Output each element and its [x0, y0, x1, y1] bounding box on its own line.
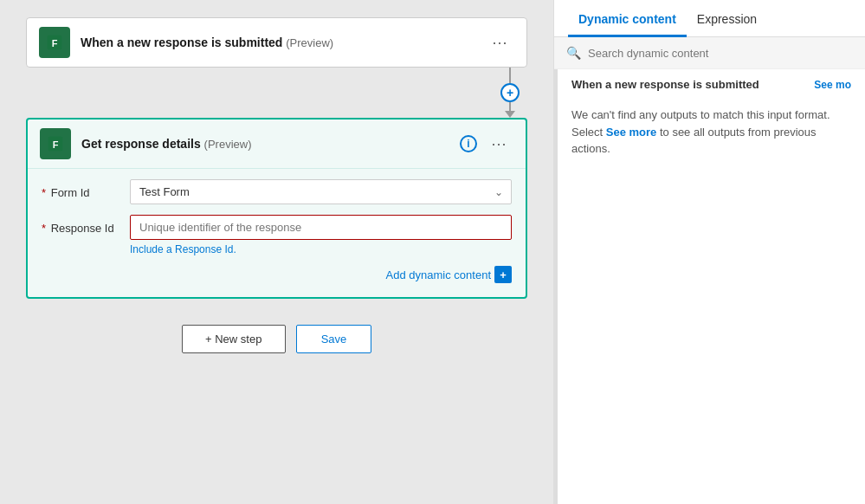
panel-empty-message: We can't find any outputs to match this …	[558, 96, 865, 168]
section-title-text: When a new response is submitted	[571, 78, 759, 91]
svg-text:F: F	[52, 38, 58, 48]
add-dynamic-row: Add dynamic content +	[42, 266, 512, 283]
tab-dynamic-content[interactable]: Dynamic content	[568, 0, 687, 37]
add-dynamic-button[interactable]: Add dynamic content +	[386, 266, 512, 283]
see-more-link[interactable]: See mo	[814, 79, 851, 91]
trigger-title-text: When a new response is submitted	[81, 36, 282, 49]
response-id-required: *	[42, 222, 46, 235]
new-step-label: + New step	[205, 333, 261, 346]
tab-dynamic-label: Dynamic content	[578, 12, 676, 26]
form-id-input-wrap: Test Form ⌄	[130, 179, 512, 204]
svg-text:F: F	[53, 139, 59, 150]
action-form-icon: F	[40, 128, 71, 159]
form-id-select[interactable]: Test Form	[130, 179, 512, 204]
action-card: F Get response details (Preview) i ⋯ *	[26, 118, 527, 299]
forms-icon-svg: F	[45, 33, 64, 52]
connector-plus-button[interactable]: +	[500, 83, 520, 102]
add-dynamic-label: Add dynamic content	[386, 268, 491, 281]
see-more-inline-link[interactable]: See more	[606, 126, 657, 139]
tab-expression-label: Expression	[697, 12, 757, 26]
action-card-menu[interactable]: ⋯	[486, 132, 513, 155]
form-id-label-text: Form Id	[51, 186, 90, 199]
panel-content: When a new response is submitted See mo …	[558, 69, 865, 504]
action-card-title: Get response details (Preview)	[81, 137, 449, 151]
main-area: F When a new response is submitted (Prev…	[0, 0, 553, 504]
add-dynamic-icon: +	[494, 266, 512, 283]
trigger-card-title: When a new response is submitted (Previe…	[81, 36, 476, 49]
connector-line-top	[509, 68, 511, 83]
panel-search-bar: 🔍	[554, 37, 865, 69]
new-step-button[interactable]: + New step	[182, 325, 286, 353]
info-icon[interactable]: i	[460, 135, 477, 152]
panel-section: When a new response is submitted See mo …	[554, 69, 865, 504]
connector-arrow	[505, 111, 515, 118]
action-card-actions: i ⋯	[460, 132, 513, 155]
response-id-field: * Response Id Include a Response Id.	[42, 215, 512, 255]
form-icon: F	[39, 27, 70, 58]
form-id-select-wrapper: Test Form ⌄	[130, 179, 512, 204]
action-forms-icon-svg: F	[46, 134, 65, 153]
trigger-card: F When a new response is submitted (Prev…	[26, 17, 527, 68]
connector-line-bottom	[509, 102, 511, 111]
trigger-card-header: F When a new response is submitted (Prev…	[27, 18, 526, 67]
trigger-card-menu[interactable]: ⋯	[487, 31, 514, 54]
response-id-label-text: Response Id	[51, 222, 114, 235]
buttons-row: + New step Save	[26, 325, 527, 353]
panel-tabs: Dynamic content Expression	[554, 0, 865, 37]
include-note[interactable]: Include a Response Id.	[130, 243, 512, 255]
action-card-header: F Get response details (Preview) i ⋯	[28, 120, 526, 169]
action-preview-tag: (Preview)	[204, 138, 252, 151]
response-id-label: * Response Id	[42, 215, 119, 235]
save-button[interactable]: Save	[296, 325, 372, 353]
save-label: Save	[321, 333, 347, 346]
response-id-input-wrap: Include a Response Id.	[130, 215, 512, 255]
tab-expression[interactable]: Expression	[687, 0, 767, 37]
form-id-label: * Form Id	[42, 179, 119, 199]
trigger-preview-tag: (Preview)	[286, 36, 333, 49]
panel-section-header: When a new response is submitted See mo	[558, 69, 865, 96]
form-id-required: *	[42, 186, 46, 199]
search-icon: 🔍	[566, 46, 581, 60]
empty-message-text: We can't find any outputs to match this …	[571, 108, 830, 121]
include-note-text: Include a Response Id.	[130, 243, 236, 255]
dynamic-content-search[interactable]	[588, 47, 853, 60]
right-panel: Dynamic content Expression 🔍 When a new …	[553, 0, 865, 504]
empty-message-prefix: Select	[571, 126, 606, 139]
action-title-text: Get response details	[81, 137, 201, 151]
form-id-field: * Form Id Test Form ⌄	[42, 179, 512, 204]
action-card-body: * Form Id Test Form ⌄	[28, 169, 526, 297]
response-id-input[interactable]	[130, 215, 512, 240]
